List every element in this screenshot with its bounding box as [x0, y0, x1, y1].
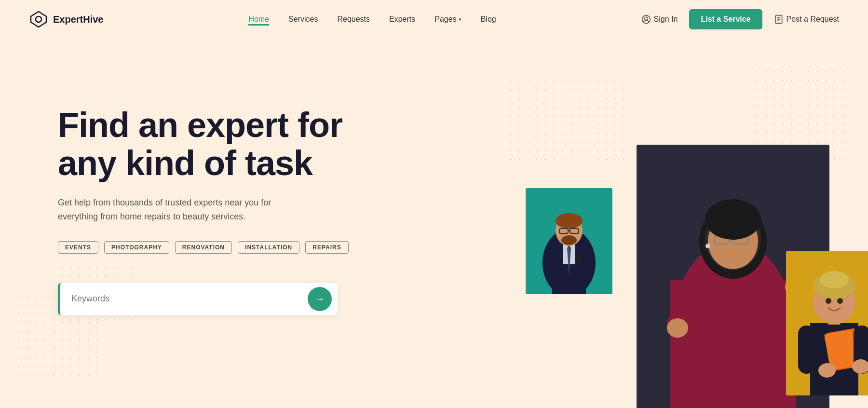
svg-point-26	[667, 318, 688, 338]
search-input[interactable]	[71, 294, 308, 304]
hero-title: Find an expert for any kind of task	[58, 106, 395, 182]
hero-images	[434, 39, 868, 408]
hero-content: Find an expert for any kind of task Get …	[58, 68, 395, 315]
hero-title-line2: any kind of task	[58, 144, 312, 182]
logo-icon	[29, 10, 48, 29]
svg-point-15	[556, 213, 583, 229]
svg-point-36	[705, 244, 710, 248]
sign-in-icon	[641, 14, 651, 24]
nav-pages[interactable]: Pages ▾	[434, 15, 461, 24]
tag-installation[interactable]: INSTALLATION	[238, 241, 299, 254]
nav-pages-label[interactable]: Pages	[434, 15, 456, 24]
svg-point-2	[36, 16, 41, 22]
nav-services[interactable]: Services	[288, 15, 318, 23]
sign-in-label: Sign In	[654, 15, 678, 24]
logo-link[interactable]: ExpertHive	[29, 10, 104, 29]
search-button[interactable]: →	[308, 287, 332, 311]
post-request-link[interactable]: Post a Request	[774, 14, 839, 24]
svg-point-4	[644, 17, 648, 20]
svg-marker-1	[31, 12, 46, 27]
navbar-actions: Sign In List a Service Post a Request	[641, 9, 839, 29]
search-bar: →	[58, 283, 338, 315]
hero-section: Find an expert for any kind of task Get …	[0, 39, 868, 408]
chevron-down-icon: ▾	[459, 16, 461, 23]
hero-tags: EVENTS PHOTOGRAPHY RENOVATION INSTALLATI…	[58, 241, 395, 254]
search-arrow-icon: →	[315, 293, 325, 304]
nav-experts[interactable]: Experts	[389, 15, 415, 23]
hero-subtitle: Get help from thousands of trusted exper…	[58, 196, 309, 224]
hero-title-line1: Find an expert for	[58, 106, 342, 144]
document-icon	[774, 14, 784, 24]
svg-rect-0	[29, 10, 48, 29]
expert-image-suit	[526, 188, 612, 294]
person-woman-illustration	[786, 251, 868, 395]
navbar: ExpertHive Home Services Requests Expert…	[0, 0, 868, 39]
svg-point-49	[826, 298, 831, 304]
svg-rect-20	[576, 256, 582, 265]
sign-in-button[interactable]: Sign In	[641, 14, 678, 24]
tag-photography[interactable]: PHOTOGRAPHY	[104, 241, 169, 254]
nav-requests[interactable]: Requests	[337, 15, 370, 23]
svg-point-19	[561, 235, 577, 245]
list-service-button[interactable]: List a Service	[689, 9, 762, 29]
logo-text: ExpertHive	[53, 14, 104, 25]
svg-point-48	[820, 271, 849, 288]
svg-point-35	[705, 199, 761, 240]
person-suit-illustration	[526, 188, 612, 294]
dots-img-top	[506, 77, 632, 164]
tag-renovation[interactable]: RENOVATION	[175, 241, 232, 254]
svg-point-43	[818, 363, 836, 378]
main-nav: Home Services Requests Experts Pages ▾ B…	[248, 15, 496, 24]
tag-events[interactable]: EVENTS	[58, 241, 98, 254]
svg-point-50	[837, 298, 843, 304]
expert-image-woman	[786, 251, 868, 395]
nav-blog[interactable]: Blog	[481, 15, 496, 23]
tag-repairs[interactable]: REPAIRS	[305, 241, 348, 254]
nav-home[interactable]: Home	[248, 15, 269, 26]
post-request-label: Post a Request	[787, 15, 839, 24]
svg-rect-41	[798, 326, 815, 374]
